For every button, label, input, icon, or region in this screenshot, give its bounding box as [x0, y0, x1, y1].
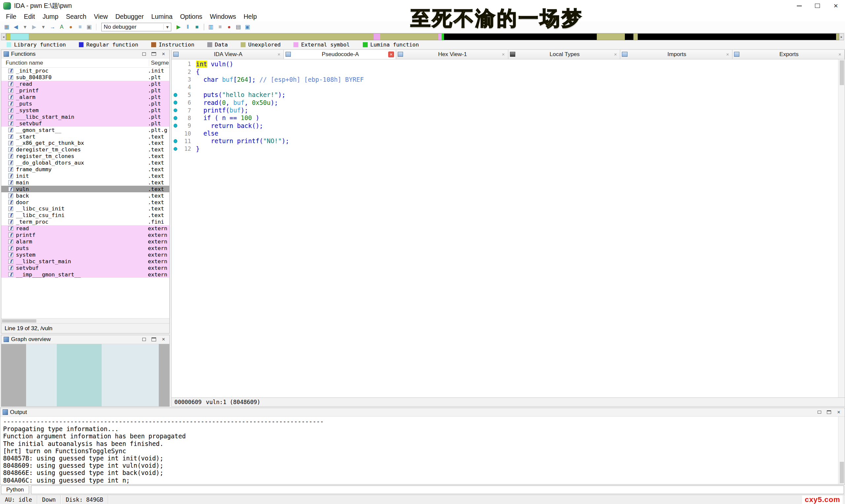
address-dot-icon[interactable] — [174, 116, 177, 120]
pseudocode-line-11[interactable]: 11 return printf("NO!"); — [172, 137, 838, 145]
pseudocode-line-9[interactable]: 9 return back(); — [172, 122, 838, 130]
pseudocode-line-5[interactable]: 5 puts("hello hacker!"); — [172, 91, 838, 98]
panel-restore-button[interactable] — [140, 336, 148, 343]
forward-dropdown-icon[interactable]: ▾ — [39, 23, 48, 31]
tab-local-types[interactable]: Local Types× — [508, 50, 620, 59]
function-row-puts[interactable]: fputsextern — [1, 245, 169, 251]
close-button[interactable]: × — [827, 0, 845, 12]
function-row-vuln[interactable]: fvuln.text — [1, 186, 169, 192]
tab-hex-view-1[interactable]: Hex View-1× — [396, 50, 508, 59]
function-row-libc-csu-fini[interactable]: f__libc_csu_fini.text — [1, 212, 169, 219]
function-row-frame-dummy[interactable]: fframe_dummy.text — [1, 166, 169, 173]
breakpoint-gutter[interactable] — [172, 147, 179, 151]
back-dropdown-icon[interactable]: ▾ — [20, 23, 30, 31]
panel-float-button[interactable] — [150, 51, 158, 57]
panel-close-button[interactable]: × — [160, 51, 168, 57]
function-row-alarm[interactable]: falarmextern — [1, 238, 169, 245]
breakpoint-gutter[interactable] — [172, 124, 179, 127]
pseudocode-line-3[interactable]: 3 char buf[264]; // [esp+0h] [ebp-108h] … — [172, 75, 838, 83]
windows-layout-icon[interactable]: ▣ — [85, 23, 94, 31]
function-row-deregister-tm-clones[interactable]: fderegister_tm_clones.text — [1, 146, 169, 153]
threads-icon[interactable]: ▤ — [234, 23, 243, 31]
function-row-setvbuf[interactable]: fsetvbufextern — [1, 265, 169, 271]
save-icon[interactable]: ▦ — [2, 23, 12, 31]
minimize-button[interactable] — [790, 0, 809, 12]
forward-icon[interactable]: ▶ — [30, 23, 39, 31]
function-row-sub-80483f0[interactable]: fsub_80483F0.plt — [1, 74, 169, 81]
address-dot-icon[interactable] — [174, 124, 177, 127]
navband-right-arrow-icon[interactable]: ▸ — [839, 33, 844, 40]
panel-restore-button[interactable] — [140, 51, 148, 57]
address-dot-icon[interactable] — [174, 139, 177, 143]
panel-float-button[interactable] — [150, 336, 158, 343]
function-row-do-global-dtors-aux[interactable]: f__do_global_dtors_aux.text — [1, 160, 169, 166]
function-row-read[interactable]: f_read.plt — [1, 81, 169, 87]
menu-windows[interactable]: Windows — [206, 13, 240, 20]
debugger-select[interactable]: No debugger ▾ — [101, 23, 171, 31]
menu-jump[interactable]: Jump — [39, 13, 63, 20]
column-function-name[interactable]: Function name — [1, 59, 149, 66]
minimap-viewport[interactable] — [57, 344, 102, 407]
breakpoints-icon[interactable]: ● — [225, 23, 234, 31]
graph-overview-minimap[interactable] — [1, 344, 169, 407]
tab-imports[interactable]: Imports× — [620, 50, 733, 59]
tab-pseudocode-a[interactable]: Pseudocode-A× — [284, 50, 396, 59]
pause-process-icon[interactable]: ‖ — [183, 23, 192, 31]
menu-options[interactable]: Options — [176, 13, 206, 20]
maximize-button[interactable] — [808, 0, 827, 12]
function-row-start[interactable]: f_start.text — [1, 133, 169, 140]
function-row-main[interactable]: fmain.text — [1, 179, 169, 186]
tab-close-icon[interactable]: × — [837, 52, 843, 57]
panel-restore-button[interactable] — [816, 409, 823, 416]
function-row-alarm[interactable]: f_alarm.plt — [1, 94, 169, 101]
function-row-gmon-start[interactable]: f__gmon_start__.plt.g — [1, 127, 169, 133]
python-input[interactable] — [31, 486, 844, 494]
python-selector[interactable]: Python — [1, 486, 29, 494]
tab-ida-view-a[interactable]: IDA View-A× — [172, 50, 284, 59]
function-row-libc-start-main[interactable]: f__libc_start_mainextern — [1, 258, 169, 265]
function-row-printf[interactable]: f_printf.plt — [1, 87, 169, 94]
scrollbar-thumb[interactable] — [840, 462, 844, 483]
function-row-libc-csu-init[interactable]: f__libc_csu_init.text — [1, 205, 169, 212]
function-row-system[interactable]: fsystemextern — [1, 251, 169, 258]
address-dot-icon[interactable] — [174, 147, 177, 151]
address-dot-icon[interactable] — [174, 101, 177, 104]
tab-close-icon[interactable]: × — [613, 52, 619, 57]
function-row-system[interactable]: f_system.plt — [1, 107, 169, 113]
breakpoint-gutter[interactable] — [172, 101, 179, 104]
functions-hscrollbar[interactable] — [1, 318, 169, 323]
back-icon[interactable]: ◀ — [11, 23, 20, 31]
function-row-puts[interactable]: f_puts.plt — [1, 101, 169, 107]
pseudocode-line-1[interactable]: 1int vuln() — [172, 60, 838, 68]
function-row-back[interactable]: fback.text — [1, 192, 169, 199]
menu-edit[interactable]: Edit — [20, 13, 39, 20]
function-row-imp-gmon-start[interactable]: f__imp___gmon_start__extern — [1, 271, 169, 278]
address-dot-icon[interactable] — [174, 93, 177, 97]
text-format-icon[interactable]: A — [57, 23, 66, 31]
tab-close-icon[interactable]: × — [500, 52, 506, 57]
function-row-libc-start-main[interactable]: f___libc_start_main.plt — [1, 113, 169, 120]
tab-exports[interactable]: Exports× — [733, 50, 845, 59]
panel-float-button[interactable] — [825, 409, 833, 416]
pseudocode-view[interactable]: 1int vuln()2{3 char buf[264]; // [esp+0h… — [172, 59, 838, 397]
function-row-setvbuf[interactable]: f_setvbuf.plt — [1, 120, 169, 127]
start-process-icon[interactable]: ▶ — [174, 23, 183, 31]
function-row-register-tm-clones[interactable]: fregister_tm_clones.text — [1, 153, 169, 160]
tab-close-icon[interactable]: × — [388, 52, 394, 57]
address-dot-icon[interactable] — [174, 109, 177, 112]
trace-icon[interactable]: ▣ — [243, 23, 252, 31]
navigation-band[interactable] — [6, 33, 839, 40]
stop-process-icon[interactable]: ■ — [192, 23, 202, 31]
pseudocode-scrollbar[interactable] — [838, 59, 845, 397]
pseudocode-line-4[interactable]: 4 — [172, 84, 838, 91]
menu-view[interactable]: View — [90, 13, 111, 20]
navband-left-arrow-icon[interactable]: ◂ — [1, 33, 6, 40]
pseudocode-line-8[interactable]: 8 if ( n == 100 ) — [172, 114, 838, 122]
pseudocode-line-10[interactable]: 10 else — [172, 130, 838, 137]
menu-help[interactable]: Help — [240, 13, 261, 20]
tab-close-icon[interactable]: × — [276, 52, 282, 57]
breakpoint-gutter[interactable] — [172, 109, 179, 112]
menu-lumina[interactable]: Lumina — [147, 13, 176, 20]
function-row-door[interactable]: fdoor.text — [1, 199, 169, 205]
pseudocode-line-6[interactable]: 6 read(0, buf, 0x50u); — [172, 98, 838, 106]
